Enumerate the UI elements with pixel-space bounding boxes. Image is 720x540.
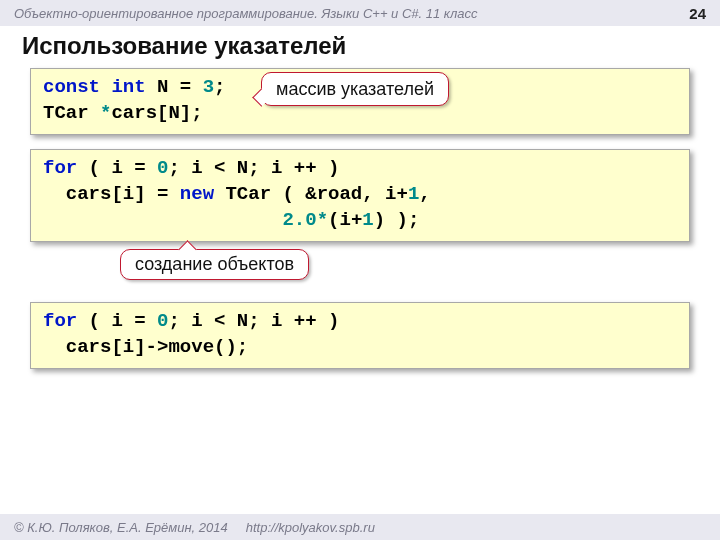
callout-array-of-pointers: массив указателей — [261, 72, 449, 106]
code-text: (i+ — [328, 209, 362, 231]
footer-url: http://kpolyakov.spb.ru — [246, 520, 375, 535]
content-area: const int N = 3; TCar *cars[N];массив ук… — [0, 68, 720, 369]
code-text: cars[i]->move(); — [43, 336, 248, 358]
keyword-int: int — [100, 76, 146, 98]
literal-1: 1 — [408, 183, 419, 205]
code-text: N = — [146, 76, 203, 98]
star-op: * — [100, 102, 111, 124]
code-text: ; i < N; i ++ ) — [168, 310, 339, 332]
code-text: cars[i] = — [43, 183, 180, 205]
code-text: TCar ( &road, i+ — [214, 183, 408, 205]
literal-0: 0 — [157, 310, 168, 332]
keyword-for: for — [43, 157, 77, 179]
header-bar: Объектно-ориентированное программировани… — [0, 0, 720, 26]
keyword-for: for — [43, 310, 77, 332]
code-text: ( i = — [77, 310, 157, 332]
literal-3: 3 — [203, 76, 214, 98]
footer-authors: © К.Ю. Поляков, Е.А. Ерёмин, 2014 — [14, 520, 228, 535]
slide-title: Использование указателей — [0, 26, 720, 68]
keyword-const: const — [43, 76, 100, 98]
code-block-3: for ( i = 0; i < N; i ++ ) cars[i]->move… — [30, 302, 690, 369]
code-text: ; — [214, 76, 225, 98]
literal-2.0: 2.0 — [282, 209, 316, 231]
star-op: * — [317, 209, 328, 231]
keyword-new: new — [180, 183, 214, 205]
code-text: , — [419, 183, 430, 205]
code-text: TCar — [43, 102, 100, 124]
code-text — [43, 209, 282, 231]
course-title: Объектно-ориентированное программировани… — [14, 6, 478, 21]
literal-0: 0 — [157, 157, 168, 179]
code-text: cars[N]; — [111, 102, 202, 124]
page-number: 24 — [689, 5, 706, 22]
code-text: ; i < N; i ++ ) — [168, 157, 339, 179]
footer-bar: © К.Ю. Поляков, Е.А. Ерёмин, 2014 http:/… — [0, 514, 720, 540]
code-text: ) ); — [374, 209, 420, 231]
literal-1b: 1 — [362, 209, 373, 231]
code-block-1: const int N = 3; TCar *cars[N];массив ук… — [30, 68, 690, 135]
callout-object-creation: создание объектов — [120, 249, 309, 280]
code-text: ( i = — [77, 157, 157, 179]
code-block-2: for ( i = 0; i < N; i ++ ) cars[i] = new… — [30, 149, 690, 242]
spacer — [30, 280, 690, 302]
